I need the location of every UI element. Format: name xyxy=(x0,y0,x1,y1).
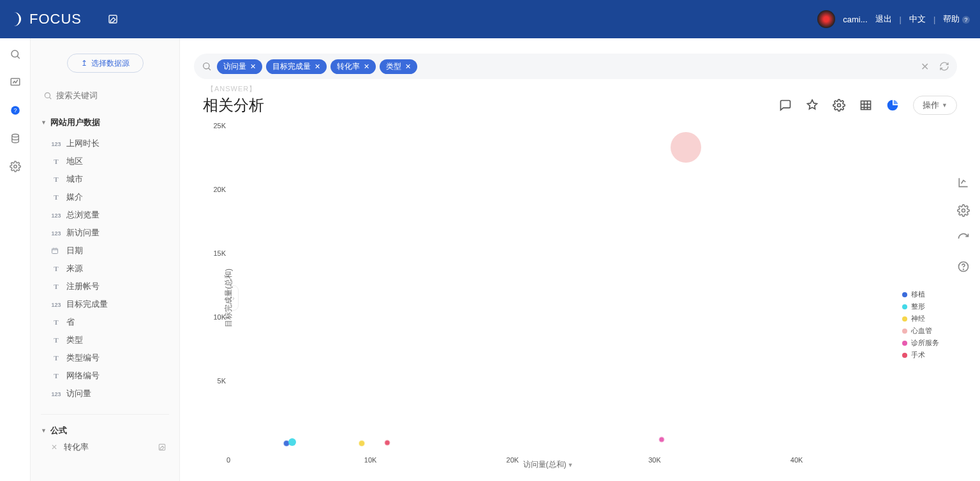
field-item[interactable]: 123目标完成量 xyxy=(36,295,174,313)
refresh-search-icon[interactable] xyxy=(939,61,949,71)
legend-dot-icon xyxy=(902,304,907,309)
chart-icon[interactable] xyxy=(886,99,899,112)
field-item[interactable]: T注册帐号 xyxy=(36,278,174,295)
operation-button[interactable]: 操作▼ xyxy=(913,96,957,115)
legend-dot-icon xyxy=(902,353,907,358)
language-link[interactable]: 中文 xyxy=(909,13,926,25)
icon-rail: ? xyxy=(0,38,31,481)
svg-point-13 xyxy=(962,209,965,212)
field-type-icon xyxy=(51,247,61,255)
bubble-point[interactable] xyxy=(660,438,664,442)
chip-list: 访问量✕目标完成量✕转化率✕类型✕ xyxy=(217,59,417,74)
formula-x-icon: ✕ xyxy=(51,443,57,452)
legend-item[interactable]: 神经 xyxy=(902,314,939,323)
svg-point-7 xyxy=(45,93,50,98)
chart-region: › 目标完成量(总和) 5K10K15K20K25K 010K20K30K40K… xyxy=(203,126,944,470)
search-icon xyxy=(43,91,52,100)
field-label: 上网时长 xyxy=(66,138,100,149)
field-type-icon: T xyxy=(51,175,61,183)
svg-point-1 xyxy=(11,50,19,57)
help-link[interactable]: 帮助 ? xyxy=(943,13,970,25)
field-item[interactable]: T来源 xyxy=(36,260,174,278)
field-item[interactable]: T省 xyxy=(36,313,174,331)
page-title: 相关分析 xyxy=(203,95,264,115)
search-chip[interactable]: 类型✕ xyxy=(380,59,417,74)
search-chip[interactable]: 目标完成量✕ xyxy=(266,59,327,74)
nav-database-icon[interactable] xyxy=(10,133,21,144)
group-formula[interactable]: ▼ 公式 xyxy=(36,422,174,439)
field-type-icon: T xyxy=(51,158,61,165)
username[interactable]: cami... xyxy=(843,15,867,24)
answer-meta: 【ANSWER】 xyxy=(207,84,980,94)
nav-search-icon[interactable] xyxy=(10,48,21,60)
gear-icon[interactable] xyxy=(957,204,970,217)
refresh-icon[interactable] xyxy=(957,232,970,245)
group-website-user-data[interactable]: ▼ 网站用户数据 xyxy=(36,114,174,131)
chip-remove-icon[interactable]: ✕ xyxy=(405,63,411,71)
settings-icon[interactable] xyxy=(833,99,845,112)
field-item[interactable]: 123访问量 xyxy=(36,385,174,403)
legend-item[interactable]: 移植 xyxy=(902,290,939,299)
chip-remove-icon[interactable]: ✕ xyxy=(250,63,256,71)
chip-remove-icon[interactable]: ✕ xyxy=(315,63,320,71)
table-icon[interactable] xyxy=(859,99,872,112)
bubble-point[interactable] xyxy=(359,441,364,446)
field-item[interactable]: T类型编号 xyxy=(36,349,174,367)
comment-icon[interactable] xyxy=(779,99,792,112)
bubble-point[interactable] xyxy=(671,132,701,163)
nav-dashboard-icon[interactable] xyxy=(10,77,21,88)
edit-icon[interactable] xyxy=(107,13,119,25)
select-datasource-button[interactable]: ↥ 选择数据源 xyxy=(67,54,144,73)
bubble-point[interactable] xyxy=(385,441,390,445)
legend-item[interactable]: 整形 xyxy=(902,302,939,311)
field-label: 新访问量 xyxy=(66,227,100,239)
field-item[interactable]: T城市 xyxy=(36,170,174,188)
field-item[interactable]: 123总浏览量 xyxy=(36,206,174,224)
field-label: 访问量 xyxy=(66,388,91,399)
search-chip[interactable]: 转化率✕ xyxy=(330,59,376,74)
legend-item[interactable]: 诊所服务 xyxy=(902,338,939,348)
y-tick: 10K xyxy=(213,313,226,321)
field-item[interactable]: T类型 xyxy=(36,331,174,349)
legend-item[interactable]: 心血管 xyxy=(902,326,939,336)
axis-tool-icon[interactable] xyxy=(957,176,970,189)
edit-formula-icon[interactable] xyxy=(158,443,167,452)
field-list: 123上网时长T地区T城市T媒介123总浏览量123新访问量日期T来源T注册帐号… xyxy=(36,135,174,403)
bubble-point[interactable] xyxy=(288,438,296,446)
logo[interactable]: FOCUS xyxy=(10,11,82,27)
formula-item[interactable]: ✕转化率 xyxy=(36,439,174,455)
legend-dot-icon xyxy=(902,316,907,322)
field-item[interactable]: T地区 xyxy=(36,152,174,170)
chevron-down-icon: ▼ xyxy=(942,102,947,108)
plot-area[interactable] xyxy=(228,132,868,445)
main: 访问量✕目标完成量✕转化率✕类型✕ ✕ 【ANSWER】 相关分析 操作▼ › … xyxy=(180,38,980,481)
field-label: 来源 xyxy=(66,263,83,274)
nav-settings-icon[interactable] xyxy=(10,161,21,172)
field-item[interactable]: T媒介 xyxy=(36,188,174,206)
clear-search-icon[interactable]: ✕ xyxy=(921,61,929,73)
legend-item[interactable]: 手术 xyxy=(902,350,939,360)
avatar[interactable] xyxy=(817,10,835,28)
y-tick: 25K xyxy=(213,122,226,130)
field-label: 注册帐号 xyxy=(66,281,100,292)
x-axis-label[interactable]: 访问量(总和)▼ xyxy=(228,459,868,470)
svg-point-6 xyxy=(13,165,17,168)
field-label: 日期 xyxy=(66,245,83,256)
y-ticks: 5K10K15K20K25K xyxy=(203,126,228,445)
help-circle-icon[interactable] xyxy=(957,260,970,273)
field-item[interactable]: 123新访问量 xyxy=(36,224,174,242)
field-item[interactable]: T网络编号 xyxy=(36,367,174,385)
pin-icon[interactable] xyxy=(806,99,819,112)
searchbar[interactable]: 访问量✕目标完成量✕转化率✕类型✕ ✕ xyxy=(194,54,957,79)
nav-help-active-icon[interactable]: ? xyxy=(10,105,21,116)
logo-text: FOCUS xyxy=(29,11,82,27)
chip-remove-icon[interactable]: ✕ xyxy=(364,63,369,71)
sidebar-search[interactable] xyxy=(36,88,174,103)
field-item[interactable]: 日期 xyxy=(36,242,174,260)
sidebar-search-input[interactable] xyxy=(56,91,167,100)
logout-link[interactable]: 退出 xyxy=(875,13,892,25)
field-label: 网络编号 xyxy=(66,370,100,381)
search-chip[interactable]: 访问量✕ xyxy=(217,59,262,74)
field-item[interactable]: 123上网时长 xyxy=(36,135,174,152)
field-type-icon: 123 xyxy=(51,140,61,147)
